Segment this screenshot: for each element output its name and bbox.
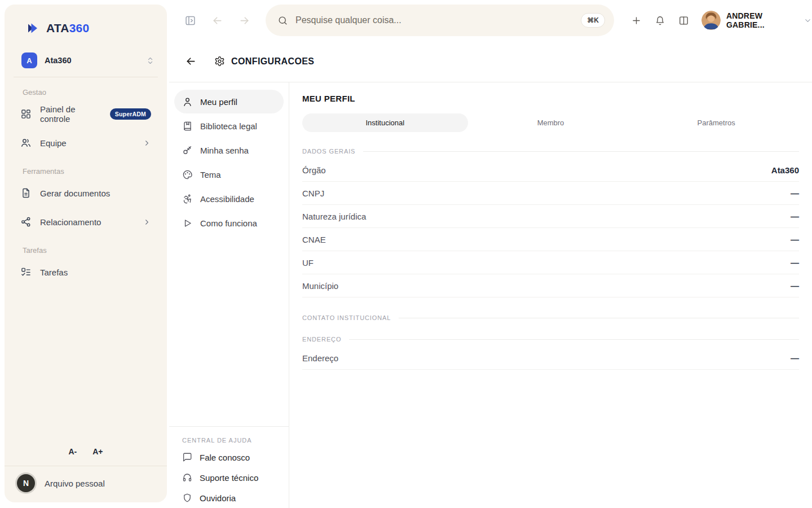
- sidebar-item-equipe[interactable]: Equipe: [10, 130, 161, 156]
- history-back-icon[interactable]: [211, 15, 223, 27]
- profile-content: MEU PERFIL Institucional Membro Parâmetr…: [289, 82, 812, 508]
- history-forward-icon[interactable]: [239, 15, 250, 27]
- brand-logo-icon: [26, 21, 39, 35]
- key-icon: [182, 145, 193, 156]
- font-decrease-button[interactable]: A-: [68, 447, 77, 456]
- sidebar-item-label: Painel de controle: [40, 104, 97, 124]
- shield-icon: [182, 493, 192, 503]
- palette-icon: [182, 169, 193, 180]
- sidebar-item-painel-de-controle[interactable]: Painel de controle SuperADM: [10, 101, 161, 127]
- org-selector[interactable]: A Ata360: [21, 52, 155, 68]
- field-row-endereco: Endereço —: [302, 347, 799, 370]
- topbar-actions: [631, 15, 689, 26]
- columns-icon[interactable]: [678, 15, 689, 26]
- dados-gerais-rows: Órgão Ata360 CNPJ — Natureza jurídica — …: [302, 159, 799, 297]
- superadm-badge: SuperADM: [110, 108, 151, 120]
- tab-institucional[interactable]: Institucional: [302, 113, 468, 132]
- settings-item-label: Tema: [200, 170, 221, 179]
- settings-item-minha-senha[interactable]: Minha senha: [174, 138, 284, 162]
- field-value: —: [791, 235, 799, 244]
- settings-item-label: Biblioteca legal: [200, 121, 257, 131]
- search-input[interactable]: [295, 15, 581, 25]
- group-label-gestao: Gestao: [10, 80, 161, 101]
- share-icon: [20, 216, 32, 227]
- section-divider-line: [349, 339, 799, 340]
- field-row-uf: UF —: [302, 251, 799, 274]
- sidebar-item-relacionamento[interactable]: Relacionamento: [10, 209, 161, 235]
- user-icon: [182, 97, 193, 107]
- bell-icon[interactable]: [655, 15, 665, 26]
- page-title: CONFIGURACOES: [231, 56, 314, 67]
- field-value: Ata360: [771, 165, 799, 175]
- settings-item-meu-perfil[interactable]: Meu perfil: [174, 90, 284, 113]
- settings-item-acessibilidade[interactable]: Acessibilidade: [174, 187, 284, 211]
- field-value: —: [791, 258, 799, 268]
- settings-item-como-funciona[interactable]: Como funciona: [174, 211, 284, 235]
- global-search[interactable]: ⌘K: [266, 5, 614, 36]
- org-avatar: A: [21, 52, 37, 68]
- field-value: —: [791, 212, 799, 221]
- search-icon: [277, 15, 288, 26]
- help-item-suporte-tecnico[interactable]: Suporte técnico: [179, 467, 279, 488]
- help-item-label: Fale conosco: [200, 453, 250, 462]
- main-area: Meu perfil Biblioteca legal Minha senha …: [169, 82, 812, 508]
- settings-item-label: Minha senha: [200, 146, 249, 155]
- settings-nav: Meu perfil Biblioteca legal Minha senha …: [169, 82, 289, 508]
- profile-tabs: Institucional Membro Parâmetros: [302, 113, 799, 132]
- settings-item-biblioteca-legal[interactable]: Biblioteca legal: [174, 114, 284, 138]
- group-label-tarefas: Tarefas: [10, 238, 161, 259]
- section-header-endereco: ENDEREÇO: [302, 336, 799, 343]
- chevrons-up-down-icon: [146, 56, 155, 65]
- sidebar-item-label: Tarefas: [40, 268, 68, 277]
- help-item-fale-conosco[interactable]: Fale conosco: [179, 447, 279, 467]
- sidebar: ATA360 A Ata360 Gestao Painel de control…: [5, 5, 167, 502]
- help-item-label: Suporte técnico: [200, 473, 258, 483]
- help-item-label: Ouvidoria: [200, 493, 236, 503]
- personal-archive-label[interactable]: Arquivo pessoal: [45, 479, 105, 488]
- settings-item-label: Acessibilidade: [200, 194, 254, 204]
- sidebar-nav: Gestao Painel de controle SuperADM Equip…: [5, 77, 167, 441]
- settings-item-tema[interactable]: Tema: [174, 163, 284, 186]
- tab-parametros[interactable]: Parâmetros: [633, 113, 799, 132]
- users-icon: [20, 137, 32, 148]
- chevron-right-icon: [143, 139, 151, 147]
- user-menu[interactable]: ANDREW GABRIE...: [701, 11, 812, 30]
- field-row-orgao: Órgão Ata360: [302, 159, 799, 182]
- sidebar-toggle-icon[interactable]: [184, 15, 196, 27]
- section-divider-line: [399, 318, 799, 318]
- user-photo: [701, 11, 721, 30]
- sidebar-item-tarefas[interactable]: Tarefas: [10, 259, 161, 285]
- sidebar-item-label: Gerar documentos: [40, 189, 110, 198]
- field-value: —: [791, 189, 799, 198]
- field-value: —: [791, 353, 799, 363]
- group-label-ferramentas: Ferramentas: [10, 159, 161, 180]
- section-title: MEU PERFIL: [302, 94, 799, 103]
- topbar: ⌘K ANDREW GABRIE...: [169, 0, 812, 41]
- chat-icon: [182, 452, 192, 462]
- sidebar-footer: N Arquivo pessoal: [5, 466, 167, 502]
- sidebar-item-label: Equipe: [40, 138, 67, 148]
- settings-item-label: Como funciona: [200, 218, 257, 228]
- personal-archive-avatar[interactable]: N: [17, 474, 35, 492]
- help-center-label: CENTRAL DE AJUDA: [179, 431, 279, 447]
- back-arrow-icon[interactable]: [185, 55, 197, 67]
- tab-membro[interactable]: Membro: [468, 113, 634, 132]
- accessibility-icon: [182, 194, 193, 204]
- field-value: —: [791, 281, 799, 291]
- page-header: CONFIGURACOES: [169, 41, 812, 82]
- field-row-cnae: CNAE —: [302, 228, 799, 251]
- dashboard-grid-icon: [20, 108, 32, 120]
- help-item-ouvidoria[interactable]: Ouvidoria: [179, 488, 279, 508]
- plus-icon[interactable]: [631, 15, 642, 26]
- font-increase-button[interactable]: A+: [92, 447, 103, 456]
- field-row-municipio: Município —: [302, 274, 799, 297]
- section-divider-line: [363, 151, 799, 152]
- help-center: CENTRAL DE AJUDA Fale conosco Suporte té…: [169, 426, 289, 508]
- endereco-rows: Endereço —: [302, 347, 799, 370]
- brand-name: ATA360: [46, 21, 89, 35]
- font-size-controls: A- A+: [5, 441, 167, 466]
- settings-item-label: Meu perfil: [200, 97, 237, 107]
- sidebar-item-label: Relacionamento: [40, 217, 101, 227]
- sidebar-item-gerar-documentos[interactable]: Gerar documentos: [10, 180, 161, 206]
- checklist-icon: [20, 266, 32, 278]
